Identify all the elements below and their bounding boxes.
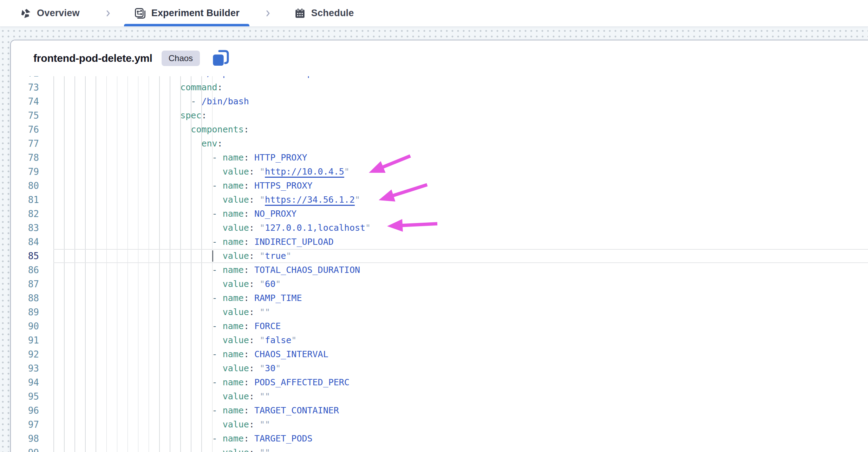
code-line-78[interactable]: 78 - name: HTTP_PROXY: [11, 151, 868, 165]
code-content: value: "60": [53, 277, 868, 291]
code-line-77[interactable]: 77 env:: [11, 137, 868, 151]
code-content: value: "http://10.0.4.5": [53, 165, 868, 179]
code-line-75[interactable]: 75 spec:: [11, 109, 868, 123]
code-content: - name: TOTAL_CHAOS_DURATION: [53, 263, 868, 277]
editor-header: frontend-pod-delete.yml Chaos: [11, 40, 868, 77]
code-line-97[interactable]: 97 value: "": [11, 418, 868, 432]
chevron-right-icon: [264, 9, 272, 17]
line-number: 98: [11, 432, 39, 446]
code-content: value: "false": [53, 333, 868, 347]
chevron-right-icon: [104, 9, 112, 17]
code-content: - name: TARGET_CONTAINER: [53, 404, 868, 418]
line-number: 83: [11, 221, 39, 235]
tab-schedule[interactable]: Schedule: [294, 0, 354, 26]
yaml-editor[interactable]: 72 - ./experiments -name pod-delete73 co…: [11, 76, 868, 452]
line-number: 89: [11, 305, 39, 319]
code-line-83[interactable]: 83 value: "127.0.0.1,localhost": [11, 221, 868, 235]
code-content: value: "true": [53, 249, 868, 263]
calendar-icon: [294, 7, 306, 20]
code-content: - name: RAMP_TIME: [53, 291, 868, 305]
line-number: 86: [11, 263, 39, 277]
code-line-81[interactable]: 81 value: "https://34.56.1.2": [11, 193, 868, 207]
code-line-98[interactable]: 98 - name: TARGET_PODS: [11, 432, 868, 446]
overview-chaos-icon: [19, 7, 32, 20]
line-number: 78: [11, 151, 39, 165]
code-line-94[interactable]: 94 - name: PODS_AFFECTED_PERC: [11, 375, 868, 389]
code-content: - name: INDIRECT_UPLOAD: [53, 235, 868, 249]
code-line-92[interactable]: 92 - name: CHAOS_INTERVAL: [11, 347, 868, 361]
code-line-90[interactable]: 90 - name: FORCE: [11, 319, 868, 333]
code-line-99[interactable]: 99 value: "": [11, 446, 868, 452]
code-content: - name: TARGET_PODS: [53, 432, 868, 446]
file-type-badge: Chaos: [162, 51, 200, 66]
text-cursor: [212, 250, 213, 262]
code-content: value: "": [53, 446, 868, 452]
code-line-87[interactable]: 87 value: "60": [11, 277, 868, 291]
line-number: 72: [11, 76, 39, 80]
code-line-96[interactable]: 96 - name: TARGET_CONTAINER: [11, 404, 868, 418]
line-number: 75: [11, 109, 39, 123]
code-content: - name: CHAOS_INTERVAL: [53, 347, 868, 361]
code-content: - ./experiments -name pod-delete: [53, 76, 868, 80]
code-line-72[interactable]: 72 - ./experiments -name pod-delete: [11, 76, 868, 80]
copy-button[interactable]: [210, 48, 231, 68]
line-number: 91: [11, 333, 39, 347]
line-number: 88: [11, 291, 39, 305]
code-content: components:: [53, 123, 868, 137]
code-line-76[interactable]: 76 components:: [11, 123, 868, 137]
code-content: command:: [53, 80, 868, 94]
code-content: value: "": [53, 418, 868, 432]
code-line-82[interactable]: 82 - name: NO_PROXY: [11, 207, 868, 221]
code-line-89[interactable]: 89 value: "": [11, 305, 868, 319]
line-number: 85: [11, 249, 39, 263]
line-number: 84: [11, 235, 39, 249]
tab-overview[interactable]: Overview: [19, 0, 80, 26]
line-number: 95: [11, 389, 39, 404]
studio-tab-bar: Overview Experiment Builder Schedule: [0, 0, 868, 27]
code-content: value: "": [53, 305, 868, 319]
code-content: - /bin/bash: [53, 94, 868, 109]
code-line-80[interactable]: 80 - name: HTTPS_PROXY: [11, 179, 868, 193]
line-number: 82: [11, 207, 39, 221]
code-lines: 72 - ./experiments -name pod-delete73 co…: [11, 76, 868, 452]
line-number: 74: [11, 94, 39, 109]
line-number: 87: [11, 277, 39, 291]
tab-overview-label: Overview: [37, 8, 80, 19]
line-number: 73: [11, 80, 39, 94]
line-number: 79: [11, 165, 39, 179]
code-line-88[interactable]: 88 - name: RAMP_TIME: [11, 291, 868, 305]
code-line-85[interactable]: 85 value: "true": [11, 249, 868, 263]
code-content: - name: NO_PROXY: [53, 207, 868, 221]
line-number: 99: [11, 446, 39, 452]
line-number: 77: [11, 137, 39, 151]
tab-experiment-builder-label: Experiment Builder: [151, 8, 240, 19]
code-line-74[interactable]: 74 - /bin/bash: [11, 94, 868, 109]
line-number: 93: [11, 361, 39, 375]
code-line-79[interactable]: 79 value: "http://10.0.4.5": [11, 165, 868, 179]
tab-schedule-label: Schedule: [311, 8, 354, 19]
line-number: 81: [11, 193, 39, 207]
line-number: 76: [11, 123, 39, 137]
code-line-95[interactable]: 95 value: "": [11, 389, 868, 404]
code-content: - name: HTTP_PROXY: [53, 151, 868, 165]
line-number: 94: [11, 375, 39, 389]
code-content: value: "": [53, 389, 868, 404]
code-line-93[interactable]: 93 value: "30": [11, 361, 868, 375]
line-number: 90: [11, 319, 39, 333]
yaml-editor-card: frontend-pod-delete.yml Chaos 72 - ./exp…: [10, 40, 868, 452]
code-content: - name: PODS_AFFECTED_PERC: [53, 375, 868, 389]
code-content: env:: [53, 137, 868, 151]
code-line-73[interactable]: 73 command:: [11, 80, 868, 94]
code-content: - name: HTTPS_PROXY: [53, 179, 868, 193]
line-number: 96: [11, 404, 39, 418]
tab-experiment-builder[interactable]: Experiment Builder: [134, 0, 240, 26]
code-line-86[interactable]: 86 - name: TOTAL_CHAOS_DURATION: [11, 263, 868, 277]
copy-icon: [210, 48, 231, 68]
line-number: 80: [11, 179, 39, 193]
experiment-builder-icon: [134, 7, 146, 20]
code-content: value: "https://34.56.1.2": [53, 193, 868, 207]
code-content: value: "30": [53, 361, 868, 375]
code-line-91[interactable]: 91 value: "false": [11, 333, 868, 347]
code-line-84[interactable]: 84 - name: INDIRECT_UPLOAD: [11, 235, 868, 249]
code-content: spec:: [53, 109, 868, 123]
